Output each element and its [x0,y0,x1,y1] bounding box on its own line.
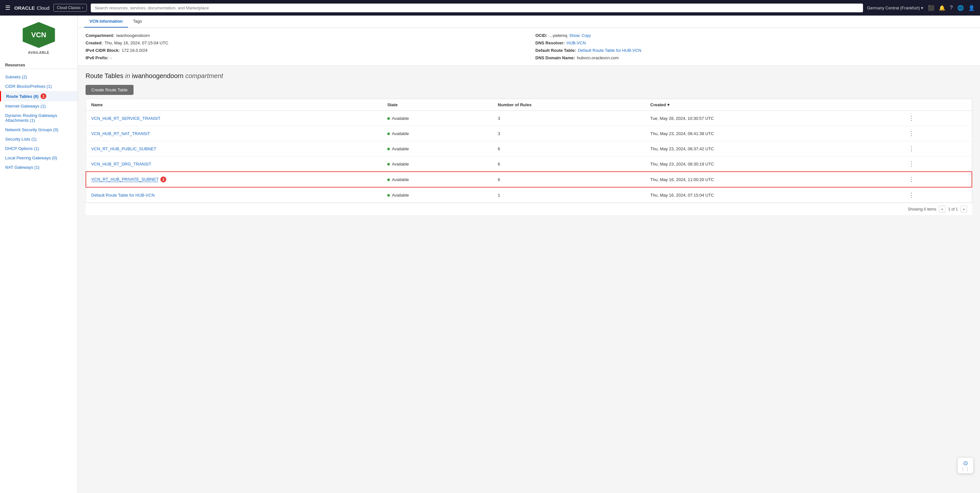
row-created-cell: Tue, May 28, 2024, 10:30:57 UTC [645,111,902,126]
prev-page-button[interactable]: ‹ [939,206,945,212]
dns-resolver-row: DNS Resolver: HUB-VCN [535,41,972,45]
row-created-cell: Thu, May 16, 2024, 07:15:04 UTC [645,187,902,203]
globe-icon[interactable]: 🌐 [957,5,964,11]
row-name-cell: VCN_HUB_RT_DRG_TRANSIT [86,157,382,172]
bell-icon[interactable]: 🔔 [939,5,945,11]
table-row: VCN_HUB_RT_NAT_TRANSITAvailable3Thu, May… [86,126,972,141]
row-rules-cell: 3 [493,111,645,126]
status-dot [387,117,390,120]
status-dot [387,194,390,197]
row-actions-cell: ⋮ [901,157,972,172]
status-dot [387,133,390,135]
route-tables-title: Route Tables in iwanhoogendoorn compartm… [86,72,972,80]
region-selector[interactable]: Germany Central (Frankfurt) ▾ [867,5,923,10]
route-table-name-link[interactable]: VCN_HUB_RT_SERVICE_TRANSIT [91,116,161,121]
col-header-created[interactable]: Created ▾ [645,99,902,111]
ocid-row: OCID: ...ywtemq Show Copy [535,33,972,38]
row-created-cell: Thu, May 16, 2024, 11:00:20 UTC [645,172,902,187]
vcn-logo-shape: VCN [23,22,55,48]
monitor-icon[interactable]: ⬛ [928,5,934,11]
status-text: Available [392,131,409,136]
vcn-info-panel: VCN Information Tags Compartment: iwanho… [78,16,980,66]
ocid-copy-link[interactable]: Copy [582,33,591,38]
sidebar-item-dhcp[interactable]: DHCP Options (1) [0,144,78,153]
row-rules-cell: 6 [493,141,645,157]
vcn-info-grid: Compartment: iwanhoogendoorn Created: Th… [78,28,980,65]
table-row: VCN_RT_HUB_PRIVATE_SUBNET2Available6Thu,… [86,172,972,187]
row-badge: 2 [161,176,166,182]
row-kebab-menu[interactable]: ⋮ [907,129,916,138]
row-actions-cell: ⋮ [901,111,972,126]
table-header-row: Name State Number of Rules Created ▾ [86,99,972,111]
sidebar-item-drg-attachments[interactable]: Dynamic Routing Gateways Attachments (1) [0,111,78,125]
sidebar-items-list: Subnets (2) CIDR Blocks/Prefixes (1) Rou… [0,70,78,174]
help-dots: ⋮⋮ [961,467,970,471]
row-state-cell: Available [382,187,493,203]
row-actions-cell: ⋮ [901,141,972,157]
sidebar: VCN AVAILABLE Resources Subnets (2) CIDR… [0,16,78,493]
create-route-table-button[interactable]: Create Route Table [86,85,134,95]
search-input[interactable] [91,3,863,12]
main-content: VCN Information Tags Compartment: iwanho… [78,16,980,493]
sidebar-item-subnets[interactable]: Subnets (2) [0,72,78,82]
route-table-name-link[interactable]: Default Route Table for HUB-VCN [91,193,155,198]
table-footer: Showing 6 items ‹ 1 of 1 › [86,203,972,215]
sidebar-item-local-peering[interactable]: Local Peering Gateways (0) [0,153,78,163]
status-dot [387,179,390,181]
oracle-text: ORACLE [14,5,35,11]
row-state-cell: Available [382,141,493,157]
vcn-info-left: Compartment: iwanhoogendoorn Created: Th… [86,33,522,60]
table-row: Default Route Table for HUB-VCNAvailable… [86,187,972,203]
tab-tags[interactable]: Tags [128,16,147,27]
nav-right-icons: Germany Central (Frankfurt) ▾ ⬛ 🔔 ? 🌐 👤 [867,5,975,11]
cloud-classic-button[interactable]: Cloud Classic › [54,4,87,12]
dns-domain-row: DNS Domain Name: hubvcn.oraclevcn.com [535,55,972,60]
row-created-cell: Thu, May 23, 2024, 06:30:19 UTC [645,157,902,172]
row-kebab-menu[interactable]: ⋮ [907,114,916,122]
status-dot [387,163,390,165]
route-table-name-link[interactable]: VCN_HUB_RT_NAT_TRANSIT [91,131,150,136]
row-state-cell: Available [382,126,493,141]
row-actions-cell: ⋮ [901,172,972,187]
status-text: Available [392,116,409,121]
route-tables-table: Name State Number of Rules Created ▾ VCN… [86,99,972,203]
user-icon[interactable]: 👤 [968,5,975,11]
route-tables-badge: 1 [40,93,46,99]
table-row: VCN_HUB_RT_SERVICE_TRANSITAvailable3Tue,… [86,111,972,126]
showing-items-label: Showing 6 items [908,207,936,211]
sidebar-item-cidr[interactable]: CIDR Blocks/Prefixes (1) [0,82,78,91]
sidebar-item-security-lists[interactable]: Security Lists (1) [0,135,78,144]
row-state-cell: Available [382,172,493,187]
ipv6-row: IPv6 Prefix: - [86,55,522,60]
vcn-info-right: OCID: ...ywtemq Show Copy DNS Resolver: … [535,33,972,60]
sidebar-item-nsg[interactable]: Network Security Groups (0) [0,125,78,135]
cloud-text: Cloud [37,5,49,11]
dns-resolver-link[interactable]: HUB-VCN [566,41,585,45]
top-navigation: ☰ ORACLE Cloud Cloud Classic › Germany C… [0,0,980,16]
row-rules-cell: 3 [493,126,645,141]
help-widget[interactable]: ⊙ ⋮⋮ [957,457,974,474]
ocid-show-link[interactable]: Show [569,33,580,38]
compartment-row: Compartment: iwanhoogendoorn [86,33,522,38]
ipv4-row: IPv4 CIDR Block: 172.16.0.0/24 [86,48,522,53]
route-table-name-link[interactable]: VCN_RT_HUB_PUBLIC_SUBNET [91,146,156,151]
row-kebab-menu[interactable]: ⋮ [907,160,916,168]
row-kebab-menu[interactable]: ⋮ [907,144,916,153]
help-icon[interactable]: ? [950,5,953,11]
row-kebab-menu[interactable]: ⋮ [907,175,916,184]
row-state-cell: Available [382,157,493,172]
row-created-cell: Thu, May 23, 2024, 06:41:38 UTC [645,126,902,141]
route-table-name-link[interactable]: VCN_HUB_RT_DRG_TRANSIT [91,162,151,166]
next-page-button[interactable]: › [961,206,967,212]
tab-vcn-information[interactable]: VCN Information [84,16,128,27]
hamburger-menu[interactable]: ☰ [5,4,10,11]
sidebar-item-route-tables[interactable]: Route Tables (6) 1 [0,91,78,101]
route-tables-section: Route Tables in iwanhoogendoorn compartm… [78,66,980,222]
row-kebab-menu[interactable]: ⋮ [907,191,916,199]
sidebar-item-internet-gateways[interactable]: Internet Gateways (1) [0,101,78,111]
route-table-name-link[interactable]: VCN_RT_HUB_PRIVATE_SUBNET [91,177,159,182]
oracle-logo: ORACLE Cloud [14,5,49,11]
status-text: Available [392,146,409,151]
default-route-link[interactable]: Default Route Table for HUB-VCN [578,48,641,53]
sidebar-item-nat-gateways[interactable]: NAT Gateways (1) [0,163,78,172]
